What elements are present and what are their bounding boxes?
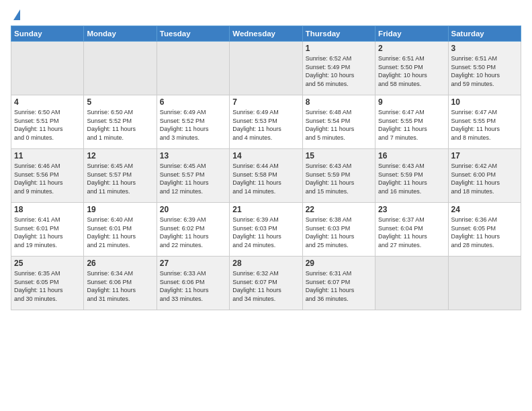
calendar-cell: 24Sunrise: 6:36 AM Sunset: 6:05 PM Dayli… <box>448 203 521 257</box>
calendar-cell: 7Sunrise: 6:49 AM Sunset: 5:53 PM Daylig… <box>230 95 302 149</box>
calendar-cell: 14Sunrise: 6:44 AM Sunset: 5:58 PM Dayli… <box>230 149 302 203</box>
day-info: Sunrise: 6:42 AM Sunset: 6:00 PM Dayligh… <box>451 162 518 195</box>
day-number: 9 <box>378 97 445 107</box>
calendar-cell: 10Sunrise: 6:47 AM Sunset: 5:55 PM Dayli… <box>448 95 521 149</box>
day-info: Sunrise: 6:46 AM Sunset: 5:56 PM Dayligh… <box>14 162 81 195</box>
day-info: Sunrise: 6:52 AM Sunset: 5:49 PM Dayligh… <box>306 54 372 88</box>
calendar-cell <box>84 42 157 95</box>
day-number: 16 <box>378 151 445 161</box>
day-number: 7 <box>232 97 299 107</box>
calendar-cell: 26Sunrise: 6:34 AM Sunset: 6:06 PM Dayli… <box>84 257 157 310</box>
weekday-header-saturday: Saturday <box>448 26 521 42</box>
calendar-row-3: 18Sunrise: 6:41 AM Sunset: 6:01 PM Dayli… <box>11 203 521 257</box>
calendar-row-2: 11Sunrise: 6:46 AM Sunset: 5:56 PM Dayli… <box>11 149 521 203</box>
calendar-cell <box>157 42 229 95</box>
weekday-header-row: SundayMondayTuesdayWednesdayThursdayFrid… <box>11 26 521 42</box>
calendar-cell: 20Sunrise: 6:39 AM Sunset: 6:02 PM Dayli… <box>157 203 229 257</box>
day-info: Sunrise: 6:38 AM Sunset: 6:03 PM Dayligh… <box>306 216 372 249</box>
day-number: 27 <box>160 259 226 268</box>
day-info: Sunrise: 6:41 AM Sunset: 6:01 PM Dayligh… <box>14 216 81 249</box>
calendar-cell: 22Sunrise: 6:38 AM Sunset: 6:03 PM Dayli… <box>302 203 375 257</box>
day-info: Sunrise: 6:45 AM Sunset: 5:57 PM Dayligh… <box>87 162 153 195</box>
weekday-header-tuesday: Tuesday <box>157 26 229 42</box>
calendar-cell: 12Sunrise: 6:45 AM Sunset: 5:57 PM Dayli… <box>84 149 157 203</box>
weekday-header-wednesday: Wednesday <box>230 26 302 42</box>
day-info: Sunrise: 6:50 AM Sunset: 5:51 PM Dayligh… <box>14 108 81 142</box>
day-number: 13 <box>160 151 226 161</box>
day-number: 11 <box>14 151 81 161</box>
calendar-cell: 28Sunrise: 6:32 AM Sunset: 6:07 PM Dayli… <box>230 257 302 310</box>
weekday-header-monday: Monday <box>84 26 157 42</box>
day-info: Sunrise: 6:49 AM Sunset: 5:52 PM Dayligh… <box>160 108 226 142</box>
day-number: 1 <box>306 44 372 53</box>
day-number: 12 <box>87 151 153 161</box>
day-info: Sunrise: 6:43 AM Sunset: 5:59 PM Dayligh… <box>378 162 445 195</box>
calendar-cell: 9Sunrise: 6:47 AM Sunset: 5:55 PM Daylig… <box>375 95 448 149</box>
calendar-cell: 13Sunrise: 6:45 AM Sunset: 5:57 PM Dayli… <box>157 149 229 203</box>
day-number: 15 <box>306 151 372 161</box>
day-number: 4 <box>14 97 81 107</box>
calendar-cell: 2Sunrise: 6:51 AM Sunset: 5:50 PM Daylig… <box>375 42 448 95</box>
calendar-cell: 25Sunrise: 6:35 AM Sunset: 6:05 PM Dayli… <box>11 257 84 310</box>
calendar-cell: 17Sunrise: 6:42 AM Sunset: 6:00 PM Dayli… <box>448 149 521 203</box>
day-info: Sunrise: 6:39 AM Sunset: 6:02 PM Dayligh… <box>160 216 226 249</box>
day-info: Sunrise: 6:44 AM Sunset: 5:58 PM Dayligh… <box>232 162 299 195</box>
calendar-cell: 6Sunrise: 6:49 AM Sunset: 5:52 PM Daylig… <box>157 95 229 149</box>
day-number: 29 <box>306 259 372 268</box>
calendar-cell <box>11 42 84 95</box>
calendar-row-1: 4Sunrise: 6:50 AM Sunset: 5:51 PM Daylig… <box>11 95 521 149</box>
day-number: 2 <box>378 44 445 53</box>
day-number: 26 <box>87 259 153 268</box>
calendar-row-4: 25Sunrise: 6:35 AM Sunset: 6:05 PM Dayli… <box>11 257 521 310</box>
calendar-cell: 27Sunrise: 6:33 AM Sunset: 6:06 PM Dayli… <box>157 257 229 310</box>
day-info: Sunrise: 6:39 AM Sunset: 6:03 PM Dayligh… <box>232 216 299 249</box>
day-number: 19 <box>87 205 153 214</box>
calendar-cell: 4Sunrise: 6:50 AM Sunset: 5:51 PM Daylig… <box>11 95 84 149</box>
day-info: Sunrise: 6:51 AM Sunset: 5:50 PM Dayligh… <box>378 54 445 88</box>
day-number: 22 <box>306 205 372 214</box>
day-info: Sunrise: 6:31 AM Sunset: 6:07 PM Dayligh… <box>306 269 372 303</box>
day-info: Sunrise: 6:37 AM Sunset: 6:04 PM Dayligh… <box>378 216 445 249</box>
day-info: Sunrise: 6:50 AM Sunset: 5:52 PM Dayligh… <box>87 108 153 142</box>
calendar-cell: 3Sunrise: 6:51 AM Sunset: 5:50 PM Daylig… <box>448 42 521 95</box>
day-number: 28 <box>232 259 299 268</box>
day-number: 25 <box>14 259 81 268</box>
weekday-header-thursday: Thursday <box>302 26 375 42</box>
calendar-cell: 1Sunrise: 6:52 AM Sunset: 5:49 PM Daylig… <box>302 42 375 95</box>
calendar-cell: 19Sunrise: 6:40 AM Sunset: 6:01 PM Dayli… <box>84 203 157 257</box>
day-info: Sunrise: 6:48 AM Sunset: 5:54 PM Dayligh… <box>306 108 372 142</box>
logo-area <box>11 9 20 21</box>
day-info: Sunrise: 6:49 AM Sunset: 5:53 PM Dayligh… <box>232 108 299 142</box>
day-number: 6 <box>160 97 226 107</box>
header <box>11 9 521 21</box>
day-number: 18 <box>14 205 81 214</box>
day-number: 5 <box>87 97 153 107</box>
day-info: Sunrise: 6:45 AM Sunset: 5:57 PM Dayligh… <box>160 162 226 195</box>
day-number: 23 <box>378 205 445 214</box>
calendar-cell <box>448 257 521 310</box>
day-number: 10 <box>451 97 518 107</box>
calendar-cell <box>230 42 302 95</box>
day-number: 20 <box>160 205 226 214</box>
day-number: 3 <box>451 44 518 53</box>
day-number: 24 <box>451 205 518 214</box>
calendar-table: SundayMondayTuesdayWednesdayThursdayFrid… <box>11 26 521 310</box>
day-number: 17 <box>451 151 518 161</box>
day-info: Sunrise: 6:47 AM Sunset: 5:55 PM Dayligh… <box>451 108 518 142</box>
day-info: Sunrise: 6:33 AM Sunset: 6:06 PM Dayligh… <box>160 269 226 303</box>
day-info: Sunrise: 6:35 AM Sunset: 6:05 PM Dayligh… <box>14 269 81 303</box>
weekday-header-friday: Friday <box>375 26 448 42</box>
calendar-page: SundayMondayTuesdayWednesdayThursdayFrid… <box>0 0 532 411</box>
day-info: Sunrise: 6:47 AM Sunset: 5:55 PM Dayligh… <box>378 108 445 142</box>
day-number: 21 <box>232 205 299 214</box>
day-info: Sunrise: 6:40 AM Sunset: 6:01 PM Dayligh… <box>87 216 153 249</box>
logo-triangle-icon <box>13 9 20 20</box>
weekday-header-sunday: Sunday <box>11 26 84 42</box>
calendar-cell: 21Sunrise: 6:39 AM Sunset: 6:03 PM Dayli… <box>230 203 302 257</box>
day-info: Sunrise: 6:34 AM Sunset: 6:06 PM Dayligh… <box>87 269 153 303</box>
calendar-cell: 16Sunrise: 6:43 AM Sunset: 5:59 PM Dayli… <box>375 149 448 203</box>
calendar-cell: 8Sunrise: 6:48 AM Sunset: 5:54 PM Daylig… <box>302 95 375 149</box>
calendar-row-0: 1Sunrise: 6:52 AM Sunset: 5:49 PM Daylig… <box>11 42 521 95</box>
calendar-cell: 18Sunrise: 6:41 AM Sunset: 6:01 PM Dayli… <box>11 203 84 257</box>
day-info: Sunrise: 6:51 AM Sunset: 5:50 PM Dayligh… <box>451 54 518 88</box>
